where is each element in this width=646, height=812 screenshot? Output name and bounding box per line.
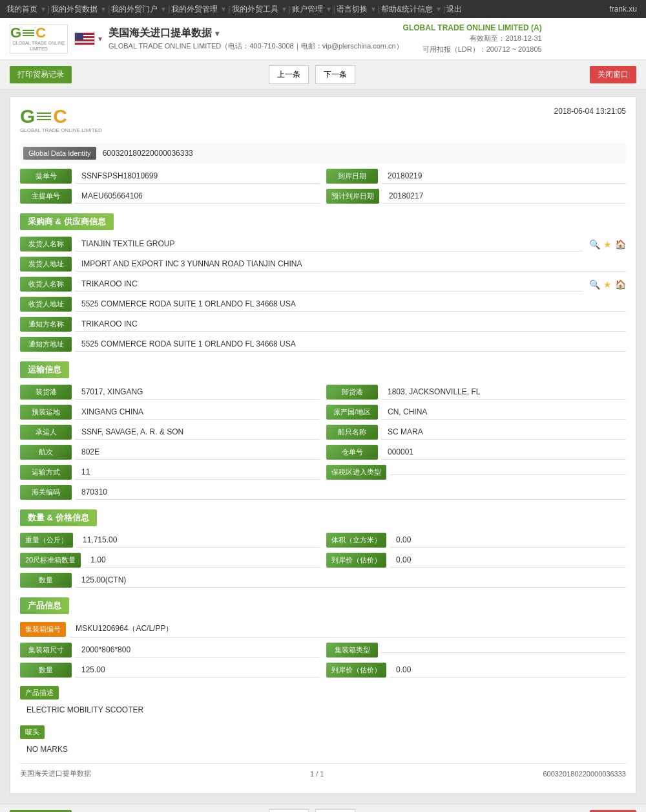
- jizhuang-bh-value: MSKU1206964（AC/L/PP）: [69, 621, 626, 637]
- xie-value: 1803, JACKSONVILLE, FL: [381, 385, 626, 400]
- product-daoan-label: 到岸价（估价）: [326, 663, 386, 678]
- col-baoshuiqu: 保税区进入类型: [326, 465, 626, 480]
- jizhuang-cc-label: 集装箱尺寸: [20, 643, 72, 657]
- cangdan-value: 000001: [381, 445, 626, 460]
- row-shouhuo-addr: 收货人地址 5525 COMMERCE RODA SUITE 1 ORLANDO…: [20, 297, 626, 312]
- nav-portal[interactable]: 我的外贸门户: [111, 4, 158, 15]
- yuanchan-label: 原产国/地区: [326, 405, 378, 420]
- hangci-value: 802E: [75, 445, 320, 460]
- col-jizhuang-cc: 集装箱尺寸 2000*806*800: [20, 643, 320, 657]
- footer-source: 美国海关进口提单数据: [20, 769, 91, 778]
- star-icon[interactable]: ★: [603, 239, 612, 250]
- row-product-qty: 数量 125.00 到岸价（估价） 0.00: [20, 663, 626, 678]
- product-daoan-value: 0.00: [390, 663, 626, 678]
- prev-button-top[interactable]: 上一条: [269, 65, 309, 84]
- col-20chi: 20尺标准箱数量 1.00: [20, 553, 320, 568]
- yuzhuang-label: 预装运地: [20, 405, 72, 420]
- zhongliang-value: 11,715.00: [76, 533, 320, 548]
- fahuo-name-value: TIANJIN TEXTILE GROUP: [75, 237, 583, 251]
- product-qty-label: 数量: [20, 663, 72, 678]
- section1-title: 采购商 & 供应商信息: [20, 213, 114, 230]
- header-title-area: 美国海关进口提单数据 ▾ GLOBAL TRADE ONLINE LIMITED…: [109, 27, 403, 51]
- footer-page: 1 / 1: [310, 770, 324, 778]
- close-button-top[interactable]: 关闭窗口: [590, 66, 636, 83]
- logo-area: G C GLOBAL TRADE ONLINE LIMITED ▾ 美国海关进口…: [10, 25, 403, 54]
- col-hangci: 航次 802E: [20, 445, 320, 460]
- logo-c: C: [36, 26, 46, 40]
- col-chuanzhi: 船只名称 SC MARA: [326, 425, 626, 440]
- tidan-value: SSNFSPSH18010699: [75, 169, 320, 184]
- nav-manage[interactable]: 我的外贸管理: [171, 4, 218, 15]
- tongzhi-addr-value: 5525 COMMERCE RODA SUITE 1 ORLANDO FL 34…: [75, 337, 626, 352]
- yunshu-label: 运输方式: [20, 465, 72, 480]
- chuanzhi-label: 船只名称: [326, 425, 378, 440]
- product-qty-value: 125.00: [75, 663, 320, 678]
- flag-area[interactable]: ▾: [74, 32, 102, 45]
- zhutidan-label: 主提单号: [20, 189, 72, 204]
- global-data-label: Global Data Identity: [23, 147, 96, 160]
- next-button-top[interactable]: 下一条: [315, 65, 355, 84]
- nav-buttons-top: 上一条 下一条: [266, 65, 355, 84]
- logo-line1: [23, 30, 34, 31]
- col-zhuang: 装货港 57017, XINGANG: [20, 385, 320, 400]
- nav-home[interactable]: 我的首页: [6, 4, 37, 15]
- search-icon-2[interactable]: 🔍: [589, 279, 600, 290]
- section4-title: 产品信息: [20, 597, 69, 614]
- card-logo-tagline: GLOBAL TRADE ONLINE LIMITED: [20, 127, 102, 133]
- next-button-bottom[interactable]: 下一条: [315, 809, 355, 812]
- search-icon[interactable]: 🔍: [589, 239, 600, 250]
- 20chi-value: 1.00: [84, 553, 320, 568]
- nav-logout[interactable]: 退出: [446, 4, 462, 15]
- chanpin-miaoshu-section: 产品描述 ELECTRIC MOBILITY SCOOTER: [20, 683, 626, 717]
- nav-account[interactable]: 账户管理: [292, 4, 323, 15]
- cangdan-label: 仓单号: [326, 445, 378, 460]
- zhongliang-label: 重量（公斤）: [20, 533, 73, 548]
- col-zhongliang: 重量（公斤） 11,715.00: [20, 533, 320, 548]
- jizhuang-lx-value: [381, 647, 626, 653]
- nav-help[interactable]: 帮助&统计信息: [381, 4, 433, 15]
- tiji-value: 0.00: [390, 533, 626, 548]
- company-name: GLOBAL TRADE ONLINE LIMITED (A): [403, 23, 542, 32]
- col-yunshu: 运输方式 11: [20, 465, 320, 480]
- top-action-bar: 打印贸易记录 上一条 下一条 关闭窗口: [0, 60, 646, 90]
- card-logo-c: C: [53, 107, 67, 126]
- prev-button-bottom[interactable]: 上一条: [269, 809, 309, 812]
- home-icon-2[interactable]: 🏠: [615, 279, 626, 290]
- tongzhi-name-value: TRIKAROO INC: [75, 317, 626, 332]
- daoan-label: 到岸价（估价）: [326, 553, 386, 568]
- title-dropdown-icon[interactable]: ▾: [215, 29, 219, 38]
- valid-date: 有效期至：2018-12-31: [403, 34, 542, 43]
- row-20chi: 20尺标准箱数量 1.00 到岸价（估价） 0.00: [20, 553, 626, 568]
- fahuo-action-icons: 🔍 ★ 🏠: [589, 239, 626, 250]
- col-xie: 卸货港 1803, JACKSONVILLE, FL: [326, 385, 626, 400]
- nav-buttons-bottom: 上一条 下一条: [266, 809, 355, 812]
- username: frank.xu: [609, 5, 637, 14]
- jizhuang-cc-value: 2000*806*800: [75, 643, 320, 657]
- shuliang-value: 125.00(CTN): [75, 573, 626, 588]
- home-icon[interactable]: 🏠: [615, 239, 626, 250]
- col-jizhuang-lx: 集装箱类型: [326, 643, 626, 657]
- top-navigation: 我的首页 ▾ | 我的外贸数据 ▾ | 我的外贸门户 ▾ | 我的外贸管理 ▾ …: [0, 0, 646, 18]
- logo-tagline: GLOBAL TRADE ONLINE LIMITED: [10, 40, 67, 52]
- baoshuiqu-value: [390, 469, 626, 475]
- col-product-daoan: 到岸价（估价） 0.00: [326, 663, 626, 678]
- row-tidan: 提单号 SSNFSPSH18010699 到岸日期 20180219: [20, 169, 626, 184]
- tidan-label: 提单号: [20, 169, 72, 184]
- row-gang: 装货港 57017, XINGANG 卸货港 1803, JACKSONVILL…: [20, 385, 626, 400]
- card-timestamp: 2018-06-04 13:21:05: [554, 107, 626, 116]
- row-haiguan: 海关编码 870310: [20, 485, 626, 500]
- nav-data[interactable]: 我的外贸数据: [51, 4, 98, 15]
- tangpai-section: 唛头 NO MARKS: [20, 722, 626, 756]
- flag-dropdown-icon[interactable]: ▾: [98, 34, 102, 43]
- row-zhongliang: 重量（公斤） 11,715.00 体积（立方米） 0.00: [20, 533, 626, 548]
- star-icon-2[interactable]: ★: [603, 279, 612, 290]
- shouhuo-action-icons: 🔍 ★ 🏠: [589, 279, 626, 290]
- nav-tools[interactable]: 我的外贸工具: [232, 4, 278, 15]
- section2-header: 运输信息: [20, 361, 626, 378]
- col-yuzhuang: 预装运地 XINGANG CHINA: [20, 405, 320, 420]
- nav-language[interactable]: 语言切换: [337, 4, 368, 15]
- section2-title: 运输信息: [20, 361, 69, 378]
- print-button-top[interactable]: 打印贸易记录: [10, 66, 72, 83]
- shouhuo-name-value: TRIKAROO INC: [75, 277, 583, 292]
- logo: G C GLOBAL TRADE ONLINE LIMITED: [10, 26, 67, 52]
